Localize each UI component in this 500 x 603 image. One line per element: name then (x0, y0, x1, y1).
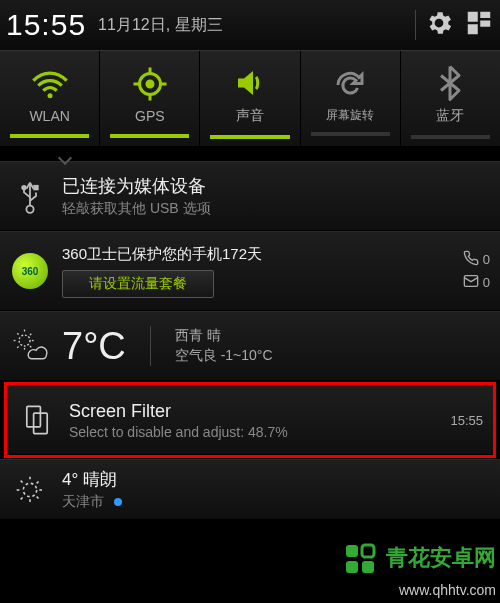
qs-tile-gps[interactable]: GPS (100, 51, 200, 146)
svg-rect-37 (346, 561, 358, 573)
notif-time: 15:55 (450, 413, 483, 428)
clock: 15:55 (6, 8, 86, 42)
sound-icon (232, 63, 268, 103)
svg-rect-0 (468, 12, 478, 22)
data-plan-button[interactable]: 请设置流量套餐 (62, 270, 214, 298)
qs-indicator (110, 134, 189, 138)
svg-rect-2 (480, 21, 490, 27)
qs-tile-sound[interactable]: 声音 (200, 51, 300, 146)
svg-point-6 (147, 81, 153, 87)
date-label: 11月12日, 星期三 (98, 15, 407, 36)
notif-subtitle: 轻敲获取其他 USB 选项 (62, 200, 490, 218)
svg-rect-3 (468, 24, 478, 34)
grid-toggle-icon[interactable] (464, 8, 494, 42)
qs-indicator (210, 135, 289, 139)
qs-label: 屏幕旋转 (326, 109, 374, 122)
svg-rect-36 (346, 545, 358, 557)
notification-screen-filter[interactable]: Screen Filter Select to disable and adju… (7, 385, 493, 455)
weather2-city: 天津市 (62, 493, 490, 511)
settings-gear-icon[interactable] (424, 8, 454, 42)
weather-detail: 空气良 -1~10°C (175, 346, 273, 366)
watermark-logo-icon (342, 541, 382, 581)
svg-rect-38 (362, 561, 374, 573)
weather2-title: 4° 晴朗 (62, 468, 490, 491)
svg-line-35 (37, 480, 40, 483)
qs-indicator (411, 135, 490, 139)
weather-sun-cloud-icon (10, 326, 50, 366)
qs-label: GPS (135, 108, 165, 124)
notification-weather[interactable]: 7°C 西青 晴 空气良 -1~10°C (0, 311, 500, 381)
wifi-icon (30, 64, 70, 104)
qs-indicator (311, 132, 390, 136)
notif-title: 已连接为媒体设备 (62, 174, 490, 198)
usb-icon (10, 178, 50, 214)
divider (415, 10, 416, 40)
qs-tile-rotate[interactable]: 屏幕旋转 (301, 51, 401, 146)
svg-point-11 (26, 206, 33, 213)
svg-point-4 (47, 93, 52, 98)
notification-usb[interactable]: 已连接为媒体设备 轻敲获取其他 USB 选项 (0, 161, 500, 231)
svg-rect-1 (480, 12, 490, 18)
bluetooth-icon (436, 63, 464, 103)
gps-icon (132, 64, 168, 104)
sun-icon (10, 474, 50, 506)
svg-line-32 (21, 480, 24, 483)
notification-360[interactable]: 360 360卫士已保护您的手机172天 请设置流量套餐 0 0 (0, 231, 500, 311)
watermark: 青花安卓网 www.qhhtv.com (342, 541, 496, 599)
svg-rect-14 (34, 186, 38, 190)
qs-label: WLAN (29, 108, 69, 124)
qs-label: 蓝牙 (436, 107, 464, 125)
svg-point-27 (23, 483, 36, 496)
svg-rect-39 (362, 545, 374, 557)
notif-title: Screen Filter (69, 401, 438, 422)
svg-line-24 (30, 333, 32, 335)
notification-weather-2[interactable]: 4° 晴朗 天津市 (0, 459, 500, 520)
svg-line-33 (37, 496, 40, 499)
qs-label: 声音 (236, 107, 264, 125)
notif-subtitle: Select to disable and adjust: 48.7% (69, 424, 438, 440)
notif-title: 360卫士已保护您的手机172天 (62, 245, 451, 264)
svg-point-16 (19, 335, 30, 346)
app-360-icon: 360 (10, 253, 50, 289)
svg-line-22 (30, 346, 32, 348)
qs-tile-wlan[interactable]: WLAN (0, 51, 100, 146)
missed-calls: 0 (463, 250, 490, 269)
phone-icon (463, 250, 479, 269)
qs-tile-bluetooth[interactable]: 蓝牙 (401, 51, 500, 146)
qs-indicator (10, 134, 89, 138)
unread-messages: 0 (463, 273, 490, 292)
highlight-annotation: Screen Filter Select to disable and adju… (4, 382, 496, 458)
divider (150, 326, 151, 366)
svg-line-34 (21, 496, 24, 499)
svg-line-23 (17, 346, 19, 348)
svg-line-21 (17, 333, 19, 335)
quick-settings-row: WLAN GPS 声音 屏幕旋转 蓝牙 (0, 50, 500, 147)
weather-location: 西青 晴 (175, 326, 273, 346)
rotate-icon (332, 65, 368, 105)
weather-temperature: 7°C (62, 325, 126, 368)
screen-filter-icon (17, 403, 57, 437)
status-bar: 15:55 11月12日, 星期三 (0, 0, 500, 50)
svg-point-13 (22, 186, 26, 190)
mail-icon (463, 273, 479, 292)
